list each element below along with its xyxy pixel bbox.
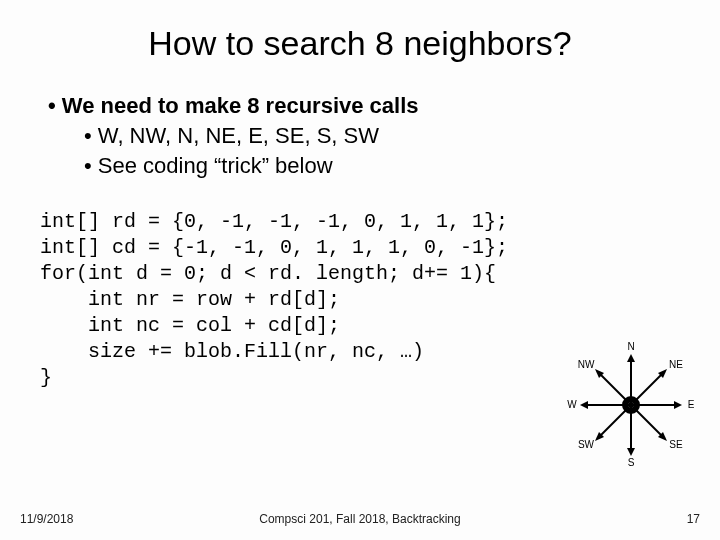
compass-label-sw: SW: [578, 439, 595, 450]
svg-marker-15: [580, 401, 588, 409]
compass-label-n: N: [627, 341, 634, 352]
compass-label-nw: NW: [578, 359, 595, 370]
bullet-main: We need to make 8 recursive calls: [40, 93, 680, 119]
compass-icon: N NE E SE S SW W NW: [566, 340, 696, 470]
svg-marker-7: [674, 401, 682, 409]
svg-marker-11: [627, 448, 635, 456]
compass-label-w: W: [567, 399, 577, 410]
compass-label-se: SE: [669, 439, 683, 450]
svg-line-16: [599, 373, 631, 405]
svg-line-12: [599, 405, 631, 437]
footer-page-number: 17: [687, 512, 700, 526]
footer-date: 11/9/2018: [20, 512, 73, 526]
svg-marker-3: [627, 354, 635, 362]
slide-title: How to search 8 neighbors?: [0, 0, 720, 63]
compass-label-e: E: [688, 399, 695, 410]
compass-label-s: S: [628, 457, 635, 468]
bullet-sub-directions: W, NW, N, NE, E, SE, S, SW: [40, 123, 680, 149]
bullet-sub-trick: See coding “trick” below: [40, 153, 680, 179]
svg-line-4: [631, 373, 663, 405]
footer: 11/9/2018 Compsci 201, Fall 2018, Backtr…: [0, 512, 720, 526]
svg-line-8: [631, 405, 663, 437]
compass-label-ne: NE: [669, 359, 683, 370]
content-area: We need to make 8 recursive calls W, NW,…: [0, 63, 720, 179]
footer-course: Compsci 201, Fall 2018, Backtracking: [0, 512, 720, 526]
